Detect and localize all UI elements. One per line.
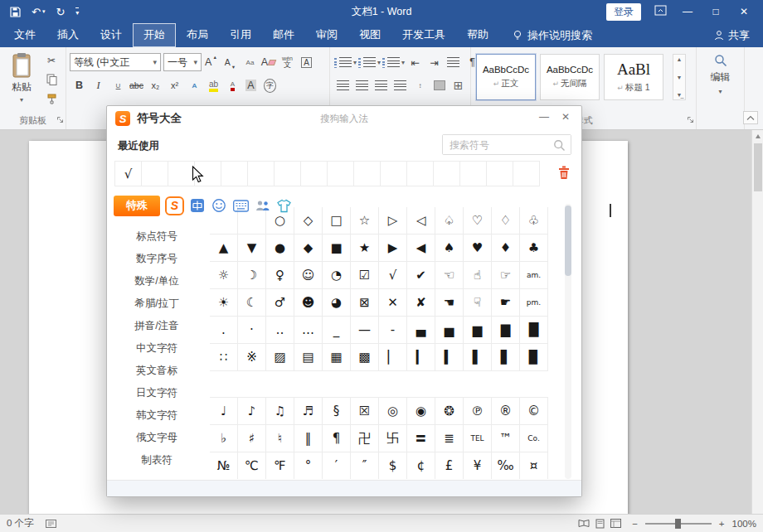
symbol-cell[interactable]: № [210,452,238,479]
clipboard-dialog-launcher-icon[interactable] [56,112,64,127]
symbol-cell[interactable]: ✕ [378,288,407,317]
symbol-cell[interactable]: ◔ [322,261,351,289]
tab-布局[interactable]: 布局 [176,23,219,47]
tab-引用[interactable]: 引用 [219,23,262,47]
category-韩文字符[interactable]: 韩文字符 [107,404,207,427]
symbol-cell[interactable]: am. [519,261,548,289]
font-name-combobox[interactable]: 等线 (中文正 [70,53,161,71]
symbol-cell[interactable]: ◁ [406,207,435,235]
subscript-icon[interactable] [147,76,164,94]
symbol-cell[interactable]: ✘ [406,288,435,317]
symbol-cell[interactable]: ♤ [435,207,464,235]
zoom-out-button[interactable]: − [632,519,638,529]
symbol-cell[interactable]: ☻ [294,288,323,317]
redo-icon[interactable]: ↻ [56,6,65,18]
symbol-cell[interactable]: ‥ [265,316,294,344]
symbol-cell[interactable]: ▇ [491,316,520,344]
paste-button[interactable]: 粘贴 ▾ [4,52,39,110]
symbol-cell[interactable]: ◎ [378,397,407,425]
symbol-cell[interactable]: ® [491,397,520,425]
symbol-cell[interactable]: ♭ [210,424,238,452]
symbol-cell[interactable]: _ [322,316,351,344]
print-layout-icon[interactable] [595,519,605,529]
symbol-cell[interactable]: ▤ [294,343,323,371]
align-left-icon[interactable] [334,76,352,94]
symbol-cell[interactable]: ☽ [237,261,266,289]
symbol-cell[interactable]: ℃ [237,452,266,479]
cut-icon[interactable]: ✂ [44,54,59,67]
symbol-cell[interactable]: ☟ [463,288,492,317]
character-border-icon[interactable] [298,53,315,71]
category-标点符号[interactable]: 标点符号 [107,225,207,248]
style-gallery-scroll[interactable]: ▲▼▼̲ [673,54,686,100]
symbol-cell[interactable]: ● [265,234,294,262]
word-count[interactable]: 0 个字 [7,517,34,530]
tab-special-symbols[interactable]: 特殊 [114,196,160,216]
tell-me-box[interactable]: 操作说明搜索 [513,23,592,47]
recent-symbol-cell[interactable] [247,161,275,186]
symbol-cell[interactable]: ¶ [322,424,351,452]
recent-symbol-cell[interactable] [486,161,513,186]
symbol-cell[interactable]: 卍 [350,424,379,452]
recent-symbol-cell[interactable] [406,161,434,186]
symbol-cell[interactable]: ▄ [406,316,435,344]
symbol-cell[interactable]: ▼ [237,234,266,262]
category-中文字符[interactable]: 中文字符 [107,337,207,360]
read-mode-icon[interactable] [578,519,590,528]
chinese-symbols-tab-icon[interactable] [189,197,206,214]
grow-font-icon[interactable] [202,53,220,71]
category-英文音标[interactable]: 英文音标 [107,360,207,382]
symbol-cell[interactable]: ‰ [491,452,520,479]
styles-dialog-launcher-icon[interactable] [687,112,694,127]
symbol-cell[interactable]: ♢ [491,207,520,235]
undo-icon[interactable]: ↶▾ [32,6,45,18]
symbol-cell[interactable]: $ [378,452,407,479]
trash-icon[interactable] [557,165,571,180]
scrollbar-thumb[interactable] [754,143,762,191]
change-case-icon[interactable] [241,53,258,71]
recent-symbol-cell[interactable]: √ [114,161,142,186]
tab-开始[interactable]: 开始 [133,23,176,47]
align-center-icon[interactable] [353,76,371,94]
search-icon[interactable] [553,139,566,152]
style-card-标题 1[interactable]: AaBl标题 1 [604,54,663,100]
scroll-up-icon[interactable] [756,134,761,138]
tab-视图[interactable]: 视图 [348,23,391,47]
symbol-cell[interactable]: · [237,316,266,344]
symbol-cell[interactable]: ℗ [463,397,492,425]
symbol-cell[interactable]: ♠ [435,234,464,262]
shading-icon[interactable] [430,76,447,94]
ribbon-display-options-icon[interactable] [654,4,667,19]
recent-symbol-cell[interactable] [327,161,354,186]
symbol-cell[interactable]: ▍ [435,343,464,371]
justify-icon[interactable] [391,76,409,94]
symbol-cell[interactable]: ☚ [435,288,464,317]
numbering-icon[interactable] [358,53,381,71]
copy-icon[interactable] [44,73,59,86]
symbol-cell[interactable]: … [294,316,323,344]
symbol-cell[interactable]: ▲ [210,234,238,262]
symbol-cell[interactable]: ▶ [378,234,407,262]
collapse-ribbon-icon[interactable] [743,111,758,124]
symbol-cell[interactable]: ♧ [519,207,548,235]
symbol-cell[interactable]: ♡ [463,207,492,235]
recent-symbol-cell[interactable] [300,161,328,186]
symbol-cell[interactable]: ♦ [491,234,520,262]
zoom-slider[interactable] [645,523,712,525]
symbol-cell[interactable]: ★ [350,234,379,262]
symbol-cell[interactable]: ▏ [378,343,407,371]
symbol-cell[interactable]: ◕ [322,288,351,317]
symbol-cell[interactable]: ▆ [463,316,492,344]
symbol-cell[interactable]: £ [435,452,464,479]
symbol-cell[interactable]: ≣ [435,424,464,452]
decrease-indent-icon[interactable] [406,53,424,71]
enclose-characters-icon[interactable] [261,76,279,94]
symbol-cell[interactable]: ™ [491,424,520,452]
symbol-cell[interactable]: ☜ [435,261,464,289]
zoom-level[interactable]: 100% [732,519,756,529]
tab-开发工具[interactable]: 开发工具 [391,23,456,47]
symbol-cell[interactable]: ◉ [406,397,435,425]
symbol-cell[interactable]: □ [322,207,351,235]
recent-symbol-cell[interactable] [221,161,248,186]
symbol-cell[interactable]: ☞ [491,261,520,289]
